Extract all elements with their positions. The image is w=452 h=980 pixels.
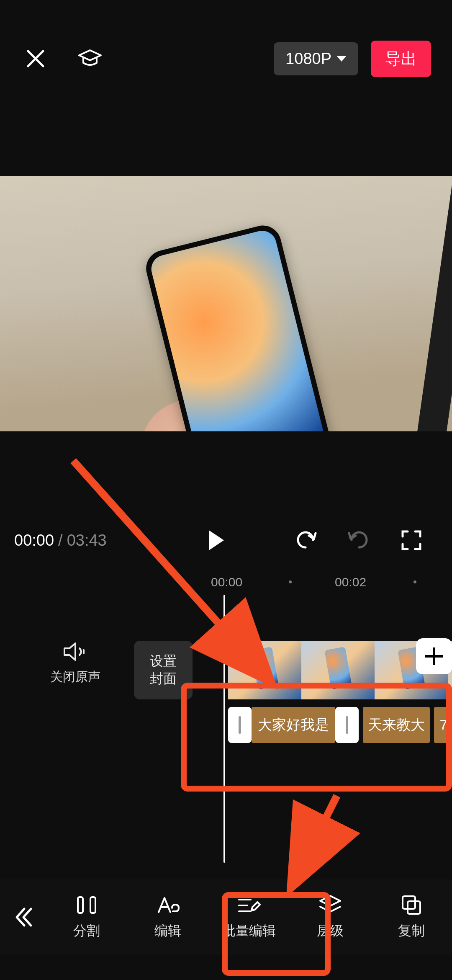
plus-icon	[433, 647, 435, 665]
caption-text: 天来教大	[368, 715, 425, 735]
tool-label: 分割	[73, 922, 100, 940]
tool-label: 批量编辑	[222, 922, 276, 940]
fullscreen-button[interactable]	[397, 526, 426, 555]
tool-label: 层级	[317, 922, 344, 940]
playback-bar: 00:00 / 03:43	[0, 519, 452, 561]
caption-text: 大家好我是	[258, 715, 329, 735]
ruler-mark-1: 00:02	[335, 575, 366, 589]
caption-handle-right[interactable]	[335, 707, 359, 743]
undo-button[interactable]	[291, 526, 321, 555]
tool-row: 分割 编辑	[46, 894, 452, 940]
svg-rect-7	[408, 901, 420, 914]
play-icon	[209, 530, 224, 550]
ruler-mark-0: 00:00	[211, 575, 242, 589]
tutorial-button[interactable]	[75, 44, 105, 73]
chevron-down-icon	[336, 56, 347, 62]
app-root: 1080P 导出 00:00 / 03:43	[0, 0, 452, 980]
tool-split[interactable]: 分割	[46, 894, 127, 940]
chevron-left-double-icon	[13, 905, 33, 929]
export-label: 导出	[385, 50, 417, 67]
time-separator: /	[58, 531, 63, 549]
header-bar: 1080P 导出	[0, 34, 452, 84]
set-cover-label: 设置 封面	[150, 652, 177, 687]
tool-label: 复制	[398, 922, 425, 940]
export-button[interactable]: 导出	[371, 41, 431, 77]
clip-thumb[interactable]	[228, 641, 301, 699]
caption-text: 7个	[440, 715, 452, 735]
redo-icon	[347, 530, 370, 551]
fullscreen-icon	[401, 530, 422, 551]
caption-block[interactable]: 天来教大	[363, 707, 430, 743]
caption-handle-left[interactable]	[228, 707, 252, 743]
resolution-dropdown[interactable]: 1080P	[274, 42, 358, 75]
timeline-ruler[interactable]: 00:00 00:02	[0, 570, 452, 595]
preview-phone-screen	[148, 228, 333, 431]
playhead[interactable]	[223, 595, 225, 863]
preview-phone-graphic	[142, 222, 339, 431]
time-current: 00:00	[14, 531, 54, 549]
timeline-area[interactable]: 关闭原声 设置 封面 大家好我是 天来教大	[0, 595, 452, 896]
copy-icon	[400, 894, 423, 916]
tool-batch-edit[interactable]: 批量编辑	[208, 894, 290, 940]
close-icon	[25, 48, 46, 70]
caption-block[interactable]: 大家好我是	[252, 707, 335, 743]
caption-block[interactable]: 7个	[434, 707, 452, 743]
svg-rect-2	[90, 897, 95, 913]
mute-label: 关闭原声	[46, 668, 105, 686]
add-clip-button[interactable]	[416, 638, 452, 674]
tool-edit[interactable]: 编辑	[127, 894, 208, 940]
clip-thumb[interactable]	[301, 641, 375, 699]
caption-track[interactable]: 大家好我是 天来教大 7个	[228, 707, 452, 743]
speaker-icon	[63, 641, 88, 663]
ruler-dot	[413, 580, 416, 583]
tool-copy[interactable]: 复制	[371, 894, 452, 940]
collapse-toolbar-button[interactable]	[0, 884, 46, 951]
split-icon	[75, 894, 98, 916]
play-button[interactable]	[200, 526, 229, 555]
set-cover-button[interactable]: 设置 封面	[134, 641, 193, 699]
graduation-cap-icon	[77, 49, 103, 69]
bottom-toolbar: 分割 编辑	[0, 879, 452, 955]
svg-rect-6	[403, 896, 415, 909]
batch-edit-icon	[236, 895, 262, 916]
header-left	[21, 44, 105, 73]
tool-label: 编辑	[154, 922, 181, 940]
video-preview[interactable]	[0, 176, 452, 431]
undo-icon	[295, 530, 317, 551]
resolution-label: 1080P	[285, 50, 331, 68]
layers-icon	[318, 894, 342, 916]
close-button[interactable]	[21, 44, 50, 73]
tool-layer[interactable]: 层级	[290, 894, 371, 940]
mute-original-audio[interactable]: 关闭原声	[46, 641, 105, 686]
time-duration: 03:43	[67, 531, 107, 549]
svg-rect-1	[78, 897, 83, 913]
redo-button[interactable]	[344, 526, 373, 555]
text-edit-icon	[156, 895, 180, 916]
ruler-dot	[289, 580, 292, 583]
